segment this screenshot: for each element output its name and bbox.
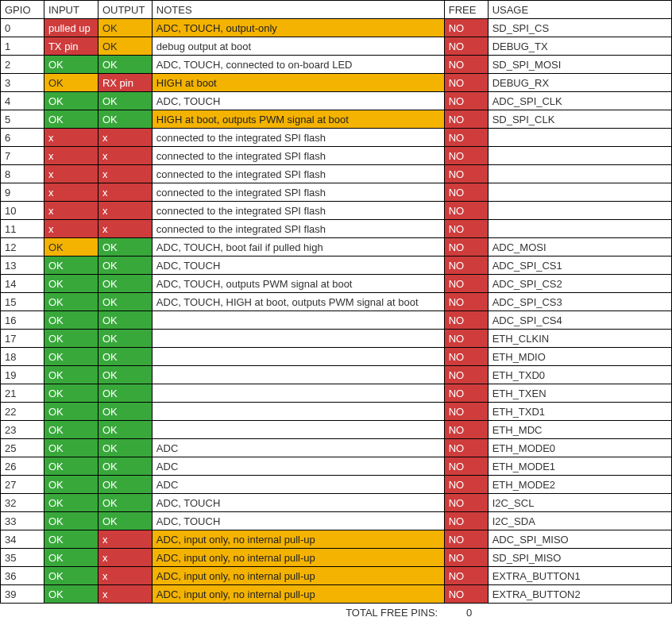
cell-gpio: 34 bbox=[1, 530, 44, 549]
cell-free: NO bbox=[444, 147, 488, 165]
cell-input: OK bbox=[44, 330, 98, 348]
cell-input: OK bbox=[44, 256, 98, 275]
cell-input: OK bbox=[44, 512, 98, 530]
header-notes: NOTES bbox=[152, 1, 444, 19]
cell-free: NO bbox=[444, 494, 488, 512]
table-row: 0pulled upOKADC, TOUCH, output-onlyNOSD_… bbox=[1, 19, 672, 37]
table-row: 10xxconnected to the integrated SPI flas… bbox=[1, 202, 672, 220]
cell-usage: SD_SPI_CS bbox=[488, 19, 671, 37]
cell-input: OK bbox=[44, 567, 98, 585]
cell-notes bbox=[152, 421, 444, 439]
cell-input: OK bbox=[44, 494, 98, 512]
header-gpio: GPIO bbox=[1, 1, 44, 19]
cell-usage bbox=[488, 147, 671, 165]
cell-free: NO bbox=[444, 56, 488, 74]
cell-notes: ADC, input only, no internal pull-up bbox=[152, 567, 444, 585]
table-row: 9xxconnected to the integrated SPI flash… bbox=[1, 183, 672, 202]
cell-output: OK bbox=[98, 457, 152, 476]
header-row: GPIO INPUT OUTPUT NOTES FREE USAGE bbox=[1, 1, 672, 19]
cell-notes: connected to the integrated SPI flash bbox=[152, 165, 444, 183]
cell-gpio: 39 bbox=[1, 585, 44, 604]
cell-notes bbox=[152, 330, 444, 348]
cell-notes: ADC, TOUCH bbox=[152, 512, 444, 530]
cell-free: NO bbox=[444, 293, 488, 311]
cell-input: OK bbox=[44, 439, 98, 457]
table-row: 27OKOKADCNOETH_MODE2 bbox=[1, 476, 672, 494]
cell-free: NO bbox=[444, 330, 488, 348]
table-row: 2OKOKADC, TOUCH, connected to on-board L… bbox=[1, 56, 672, 74]
cell-gpio: 19 bbox=[1, 366, 44, 384]
gpio-table: GPIO INPUT OUTPUT NOTES FREE USAGE 0pull… bbox=[0, 0, 672, 621]
table-row: 8xxconnected to the integrated SPI flash… bbox=[1, 165, 672, 183]
cell-notes bbox=[152, 403, 444, 421]
cell-input: OK bbox=[44, 348, 98, 366]
cell-gpio: 17 bbox=[1, 330, 44, 348]
cell-free: NO bbox=[444, 92, 488, 110]
cell-notes: connected to the integrated SPI flash bbox=[152, 147, 444, 165]
cell-free: NO bbox=[444, 512, 488, 530]
cell-free: NO bbox=[444, 37, 488, 56]
cell-output: x bbox=[98, 165, 152, 183]
cell-gpio: 3 bbox=[1, 74, 44, 92]
table-row: 13OKOKADC, TOUCHNOADC_SPI_CS1 bbox=[1, 256, 672, 275]
cell-gpio: 15 bbox=[1, 293, 44, 311]
cell-usage bbox=[488, 202, 671, 220]
cell-free: NO bbox=[444, 19, 488, 37]
cell-output: x bbox=[98, 530, 152, 549]
cell-output: OK bbox=[98, 275, 152, 293]
cell-notes bbox=[152, 348, 444, 366]
table-row: 4OKOKADC, TOUCHNOADC_SPI_CLK bbox=[1, 92, 672, 110]
cell-usage: I2C_SCL bbox=[488, 494, 671, 512]
cell-notes: ADC bbox=[152, 439, 444, 457]
cell-free: NO bbox=[444, 275, 488, 293]
cell-usage: ADC_SPI_CS1 bbox=[488, 256, 671, 275]
cell-notes bbox=[152, 366, 444, 384]
cell-gpio: 2 bbox=[1, 56, 44, 74]
cell-usage: ADC_SPI_CS4 bbox=[488, 311, 671, 330]
cell-free: NO bbox=[444, 183, 488, 202]
cell-notes: HIGH at boot bbox=[152, 74, 444, 92]
table-row: 1TX pinOKdebug output at bootNODEBUG_TX bbox=[1, 37, 672, 56]
header-usage: USAGE bbox=[488, 1, 671, 19]
cell-usage: EXTRA_BUTTON2 bbox=[488, 585, 671, 604]
table-row: 33OKOKADC, TOUCHNOI2C_SDA bbox=[1, 512, 672, 530]
cell-gpio: 16 bbox=[1, 311, 44, 330]
cell-free: NO bbox=[444, 129, 488, 147]
table-row: 15OKOKADC, TOUCH, HIGH at boot, outputs … bbox=[1, 293, 672, 311]
cell-input: OK bbox=[44, 74, 98, 92]
cell-output: x bbox=[98, 549, 152, 567]
cell-gpio: 32 bbox=[1, 494, 44, 512]
cell-free: NO bbox=[444, 74, 488, 92]
cell-input: x bbox=[44, 147, 98, 165]
cell-output: OK bbox=[98, 238, 152, 256]
cell-notes: ADC, TOUCH, output-only bbox=[152, 19, 444, 37]
cell-free: NO bbox=[444, 384, 488, 403]
cell-input: x bbox=[44, 129, 98, 147]
total-row: TOTAL FREE PINS:0 bbox=[1, 604, 672, 622]
cell-notes: connected to the integrated SPI flash bbox=[152, 183, 444, 202]
header-input: INPUT bbox=[44, 1, 98, 19]
cell-input: x bbox=[44, 202, 98, 220]
cell-usage: ETH_MODE1 bbox=[488, 457, 671, 476]
table-row: 14OKOKADC, TOUCH, outputs PWM signal at … bbox=[1, 275, 672, 293]
header-free: FREE bbox=[444, 1, 488, 19]
cell-notes: debug output at boot bbox=[152, 37, 444, 56]
table-row: 11xxconnected to the integrated SPI flas… bbox=[1, 220, 672, 238]
table-row: 19OKOKNOETH_TXD0 bbox=[1, 366, 672, 384]
cell-output: OK bbox=[98, 256, 152, 275]
table-row: 34OKxADC, input only, no internal pull-u… bbox=[1, 530, 672, 549]
cell-usage: SD_SPI_MOSI bbox=[488, 56, 671, 74]
cell-notes: ADC bbox=[152, 476, 444, 494]
cell-gpio: 8 bbox=[1, 165, 44, 183]
cell-free: NO bbox=[444, 110, 488, 129]
cell-output: OK bbox=[98, 330, 152, 348]
cell-notes: ADC, TOUCH, outputs PWM signal at boot bbox=[152, 275, 444, 293]
cell-input: pulled up bbox=[44, 19, 98, 37]
cell-usage: ADC_SPI_MISO bbox=[488, 530, 671, 549]
cell-free: NO bbox=[444, 439, 488, 457]
cell-notes: ADC, TOUCH, connected to on-board LED bbox=[152, 56, 444, 74]
cell-output: OK bbox=[98, 19, 152, 37]
cell-gpio: 7 bbox=[1, 147, 44, 165]
cell-usage: ADC_SPI_CLK bbox=[488, 92, 671, 110]
cell-gpio: 18 bbox=[1, 348, 44, 366]
